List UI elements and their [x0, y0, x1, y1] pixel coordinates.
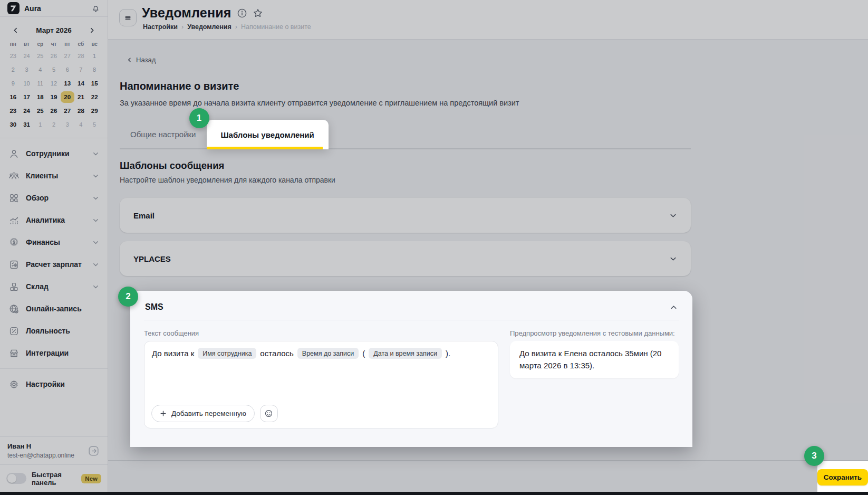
preview-label: Предпросмотр уведомления с тестовыми дан…: [510, 329, 679, 337]
message-template-editor[interactable]: До визита к Имя сотрудника осталось Врем…: [144, 341, 498, 429]
plus-icon: [160, 410, 167, 417]
variable-chip-date-time[interactable]: Дата и время записи: [369, 348, 442, 359]
window-bottom-edge: [0, 492, 868, 495]
tour-step-3-badge: 3: [804, 446, 824, 466]
accordion-sms-expanded: 2 SMS Текст сообщения До визита к Им: [130, 291, 692, 447]
tour-step-1-badge: 1: [189, 108, 209, 128]
editor-actions: Добавить переменную: [151, 405, 278, 422]
tour-step-2-badge: 2: [118, 287, 138, 307]
app-root: Aura Март 2026 пнвтсрчтптсбвс 2324252627…: [0, 0, 868, 495]
message-text-label: Текст сообщения: [144, 329, 498, 337]
template-text: До визита к: [152, 349, 194, 358]
save-button-spotlight: 3 Сохранить: [817, 461, 868, 493]
emoji-picker-button[interactable]: [260, 405, 278, 422]
sms-body: Текст сообщения До визита к Имя сотрудни…: [130, 320, 692, 429]
chevron-up-icon: [670, 303, 678, 311]
tab-notification-templates[interactable]: Шаблоны уведомлений 1: [207, 120, 329, 149]
add-variable-label: Добавить переменную: [171, 410, 246, 417]
preview-card: До визита к Елена осталось 35мин (20 мар…: [510, 341, 679, 378]
save-button[interactable]: Сохранить: [817, 469, 868, 486]
tab-label: Шаблоны уведомлений: [221, 130, 314, 139]
sms-preview-column: Предпросмотр уведомления с тестовыми дан…: [510, 329, 679, 429]
template-text: (: [362, 349, 365, 358]
sms-editor-column: Текст сообщения До визита к Имя сотрудни…: [144, 329, 498, 429]
variable-chip-employee-name[interactable]: Имя сотрудника: [198, 348, 256, 359]
accordion-sms-header[interactable]: SMS: [130, 291, 692, 320]
message-template-line: До визита к Имя сотрудника осталось Врем…: [152, 348, 490, 359]
variable-chip-time-before[interactable]: Время до записи: [297, 348, 359, 359]
add-variable-button[interactable]: Добавить переменную: [151, 405, 255, 422]
template-text: ).: [446, 349, 450, 358]
template-text: осталось: [260, 349, 293, 358]
smiley-icon: [264, 409, 273, 418]
accordion-sms-label: SMS: [145, 302, 163, 312]
